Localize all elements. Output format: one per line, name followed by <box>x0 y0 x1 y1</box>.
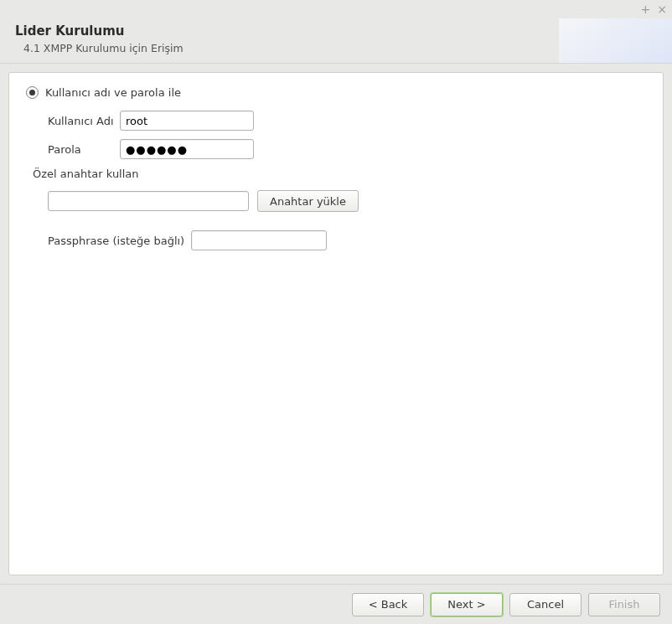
key-path-input[interactable] <box>48 191 249 211</box>
passphrase-label: Passphrase (isteğe bağlı) <box>48 235 184 247</box>
key-file-row: Anahtar yükle <box>48 190 646 212</box>
credentials-block: Kullanıcı Adı Parola <box>26 111 646 159</box>
private-key-section-label: Özel anahtar kullan <box>33 168 646 180</box>
back-button[interactable]: < Back <box>352 593 424 616</box>
passphrase-input[interactable] <box>191 230 327 250</box>
titlebar: + × <box>0 0 672 18</box>
username-label: Kullanıcı Adı <box>48 115 120 127</box>
wizard-window: + × Lider Kurulumu 4.1 XMPP Kurulumu içi… <box>0 0 672 624</box>
username-row: Kullanıcı Adı <box>48 111 646 131</box>
password-input[interactable] <box>120 139 254 159</box>
load-key-button[interactable]: Anahtar yükle <box>257 190 359 212</box>
finish-button: Finish <box>588 593 660 616</box>
auth-mode-label: Kullanıcı adı ve parola ile <box>45 86 181 99</box>
wizard-header: Lider Kurulumu 4.1 XMPP Kurulumu için Er… <box>0 18 672 64</box>
passphrase-row: Passphrase (isteğe bağlı) <box>48 230 646 250</box>
username-input[interactable] <box>120 111 254 131</box>
wizard-footer: < Back Next > Cancel Finish <box>0 584 672 624</box>
cancel-button[interactable]: Cancel <box>509 593 582 616</box>
close-icon[interactable]: × <box>657 3 667 15</box>
password-label: Parola <box>48 143 120 156</box>
content-panel: Kullanıcı adı ve parola ile Kullanıcı Ad… <box>8 72 664 575</box>
header-banner-graphic <box>559 18 672 63</box>
auth-mode-radio-row[interactable]: Kullanıcı adı ve parola ile <box>26 86 646 99</box>
next-button[interactable]: Next > <box>431 593 503 616</box>
minimize-icon[interactable]: + <box>641 3 651 15</box>
content-area: Kullanıcı adı ve parola ile Kullanıcı Ad… <box>0 64 672 584</box>
radio-selected-icon[interactable] <box>26 86 39 99</box>
password-row: Parola <box>48 139 646 159</box>
